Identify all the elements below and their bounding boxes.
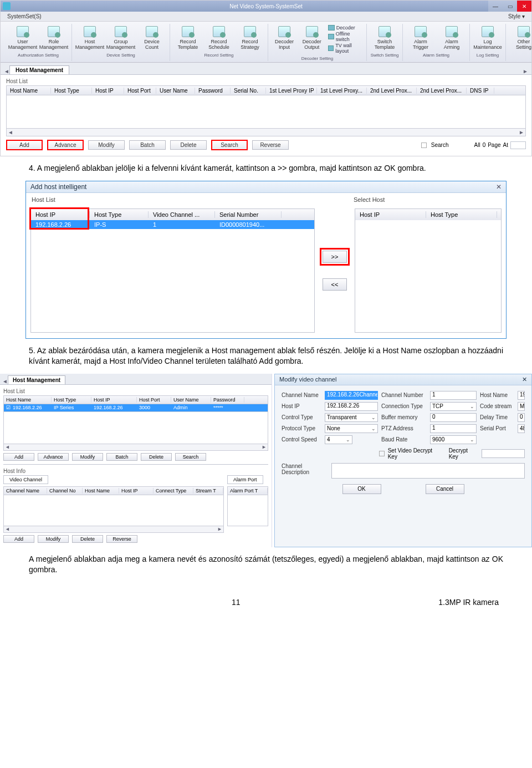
search-checkbox[interactable]: [421, 143, 427, 148]
maximize-button[interactable]: ▭: [503, 1, 517, 12]
column-header[interactable]: Host Port: [124, 88, 156, 94]
code-stream-select[interactable]: Main code stream: [518, 402, 525, 411]
column-header[interactable]: Host IP: [92, 88, 124, 94]
add-host-titlebar[interactable]: Add host intelligent ✕: [26, 181, 506, 193]
control-type-select[interactable]: Transparent: [325, 413, 378, 422]
table-body[interactable]: [3, 412, 268, 444]
decrypt-key-input[interactable]: [482, 449, 525, 458]
table-cell[interactable]: 3000: [137, 405, 171, 410]
batch-button[interactable]: Batch: [106, 453, 137, 461]
toolbar-switch[interactable]: SwitchTemplate: [370, 24, 399, 52]
column-header[interactable]: 2nd Level Prox...: [417, 88, 467, 94]
toolbar-alarm[interactable]: AlarmArming: [437, 24, 466, 52]
video-channel-tab[interactable]: Video Channel: [3, 475, 48, 484]
column-header[interactable]: Host IP: [31, 211, 90, 218]
decrypt-key-checkbox[interactable]: [379, 451, 385, 456]
menu-style[interactable]: Style ▾: [506, 13, 527, 20]
toolbar-other[interactable]: OtherSetting: [509, 24, 532, 52]
reverse-button[interactable]: Reverse: [252, 140, 289, 150]
table-body[interactable]: [227, 495, 268, 526]
delay-input[interactable]: 0: [518, 413, 525, 422]
add-button[interactable]: Add: [3, 535, 34, 543]
toolbar-record[interactable]: RecordStrategy: [236, 24, 264, 52]
column-header[interactable]: Host Name: [83, 488, 119, 494]
reverse-button[interactable]: Reverse: [106, 535, 137, 543]
column-header[interactable]: Host IP: [355, 211, 426, 218]
menu-systemset[interactable]: SystemSet(S): [5, 13, 44, 20]
column-header[interactable]: Host Type: [52, 397, 91, 403]
column-header[interactable]: Stream T: [193, 488, 223, 494]
table-cell[interactable]: *****: [211, 405, 244, 410]
column-header[interactable]: Host IP: [91, 397, 137, 403]
table-cell[interactable]: 1: [149, 221, 215, 228]
buffer-input[interactable]: 0: [430, 413, 477, 422]
column-header[interactable]: Connect Type: [154, 488, 193, 494]
toolbar-alarm[interactable]: AlarmTrigger: [406, 24, 435, 52]
channel-name-input[interactable]: 192.168.2.26Channel 1: [325, 391, 378, 400]
add-button[interactable]: Add: [3, 453, 34, 461]
delete-button[interactable]: Delete: [141, 453, 172, 461]
channel-number-input[interactable]: 1: [430, 391, 477, 400]
host-name-input[interactable]: 192.168.2.26: [518, 391, 525, 400]
advance-button[interactable]: Advance: [38, 453, 69, 461]
modify-button[interactable]: Modify: [38, 535, 69, 543]
column-header[interactable]: Host Name: [4, 397, 52, 403]
serial-select[interactable]: 485-1: [518, 424, 525, 433]
add-button[interactable]: Add: [6, 140, 43, 150]
table-body[interactable]: [31, 229, 314, 332]
table-cell[interactable]: 192.168.2.26: [31, 221, 90, 228]
column-header[interactable]: Serial Number: [215, 211, 282, 218]
scrollbar[interactable]: ◄►: [3, 526, 224, 533]
toolbar-record[interactable]: RecordSchedule: [204, 24, 233, 52]
column-header[interactable]: DNS IP: [467, 88, 494, 94]
scrollbar[interactable]: ◄►: [3, 444, 268, 451]
column-header[interactable]: 1st Level Proxy...: [317, 88, 367, 94]
modify-button[interactable]: Modify: [88, 140, 125, 150]
speed-select[interactable]: 4: [325, 435, 352, 444]
back-button[interactable]: <<: [323, 278, 347, 291]
batch-button[interactable]: Batch: [129, 140, 166, 150]
modify-button[interactable]: Modify: [72, 453, 103, 461]
column-header[interactable]: Password: [211, 397, 244, 403]
toolbar-user[interactable]: UserManagement: [8, 24, 37, 52]
toolbar-host[interactable]: HostManagement: [75, 24, 104, 52]
cancel-button[interactable]: Cancel: [426, 484, 464, 494]
table-cell[interactable]: 192.168.2.26: [91, 405, 137, 410]
delete-button[interactable]: Delete: [170, 140, 207, 150]
table-cell[interactable]: ID0000801940...: [215, 221, 282, 228]
search-button[interactable]: Search: [175, 453, 206, 461]
toolbar-role[interactable]: RoleManagement: [39, 24, 68, 52]
close-icon[interactable]: ✕: [522, 376, 527, 383]
column-header[interactable]: Host IP: [119, 488, 154, 494]
toolbar-decoder[interactable]: DecoderInput: [272, 24, 297, 55]
tab-next-icon[interactable]: ►: [523, 68, 528, 74]
close-icon[interactable]: ✕: [496, 183, 502, 191]
table-cell[interactable]: 192.168.2.26: [11, 405, 52, 410]
ptz-input[interactable]: 1: [430, 424, 477, 433]
column-header[interactable]: Host Name: [7, 88, 51, 94]
search-button[interactable]: Search: [211, 140, 248, 150]
column-header[interactable]: Host Type: [426, 211, 497, 218]
column-header[interactable]: Host Type: [90, 211, 149, 218]
column-header[interactable]: User Name: [171, 397, 211, 403]
connection-type-select[interactable]: TCP: [430, 402, 477, 411]
column-header[interactable]: 2nd Level Prox...: [367, 88, 417, 94]
tab-prev-icon[interactable]: ◄: [4, 68, 9, 74]
tab-host-management[interactable]: Host Management: [9, 65, 69, 74]
column-header[interactable]: Channel No: [47, 488, 83, 494]
toolbar-decoder[interactable]: DecoderOutput: [299, 24, 325, 55]
table-body[interactable]: [3, 495, 224, 526]
column-header[interactable]: Password: [195, 88, 231, 94]
delete-button[interactable]: Delete: [72, 535, 103, 543]
table-cell[interactable]: Admin: [171, 405, 211, 410]
table-cell[interactable]: IP-S: [90, 221, 149, 228]
column-header[interactable]: Host Port: [137, 397, 171, 403]
titlebar[interactable]: Net Video System-SystemSet — ▭ ✕: [1, 1, 531, 12]
channel-desc-input[interactable]: [331, 463, 525, 479]
table-body[interactable]: [355, 220, 501, 332]
column-header[interactable]: Video Channel ...: [149, 211, 215, 218]
toolbar-group[interactable]: GroupManagement: [106, 24, 135, 52]
toolbar-device[interactable]: DeviceCount: [137, 24, 166, 52]
horizontal-scrollbar[interactable]: ◄►: [6, 129, 526, 136]
protocol-select[interactable]: None: [325, 424, 378, 433]
